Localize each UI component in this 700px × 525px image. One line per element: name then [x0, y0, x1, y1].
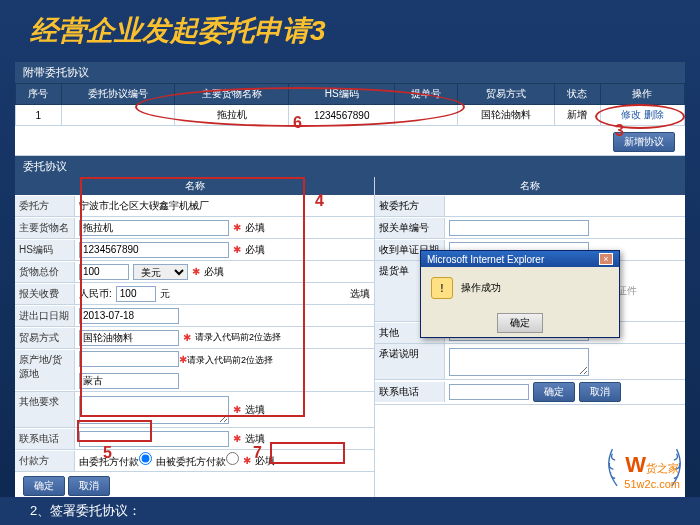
lbl-origin: 原产地/货源地 [15, 350, 75, 390]
lbl-trade: 贸易方式 [15, 328, 75, 348]
lbl-client: 委托方 [15, 196, 75, 216]
warning-icon: ! [431, 277, 453, 299]
lbl-agent: 被委托方 [375, 196, 445, 216]
annotation-5: 5 [103, 444, 112, 462]
th-trade: 贸易方式 [458, 84, 555, 105]
logo-brand: 货之家 [646, 462, 679, 474]
lbl-phone: 联系电话 [15, 429, 75, 449]
optional-icon: ✱ [233, 433, 241, 444]
dialog-ok-button[interactable]: 确定 [497, 313, 543, 333]
annotation-box-4 [80, 177, 305, 417]
th-seq: 序号 [16, 84, 62, 105]
cancel-button[interactable]: 取消 [68, 476, 110, 496]
declno-input[interactable] [449, 220, 589, 236]
lbl-declno: 报关单编号 [375, 218, 445, 238]
annotation-box-7 [270, 442, 345, 464]
lbl-rphone: 联系电话 [375, 382, 445, 402]
lbl-goods: 主要货物名 [15, 218, 75, 238]
success-dialog: Microsoft Internet Explorer× !操作成功 确定 [420, 250, 620, 338]
section1-header: 附带委托协议 [15, 62, 685, 83]
annotation-box-5 [77, 420, 152, 442]
rphone-input[interactable] [449, 384, 529, 400]
annotation-ellipse-3 [595, 104, 685, 129]
lbl-price: 货物总价 [15, 262, 75, 282]
lbl-promise: 承诺说明 [375, 344, 445, 379]
annotation-6: 6 [293, 114, 302, 132]
pay-option1[interactable]: 由委托方付款 [79, 452, 152, 469]
pay-option2[interactable]: 由被委托方付款 [156, 452, 239, 469]
cell-seq: 1 [16, 105, 62, 126]
lbl-fee: 报关收费 [15, 284, 75, 304]
logo-url: 51w2c.com [624, 478, 680, 490]
lbl-date: 进出口日期 [15, 306, 75, 326]
annotation-3: 3 [615, 122, 624, 140]
lbl-pay: 付款方 [15, 451, 75, 471]
annotation-7: 7 [253, 444, 262, 462]
cell-status: 新增 [554, 105, 600, 126]
logo: W货之家51w2c.com [624, 452, 680, 490]
right-ok-button[interactable]: 确定 [533, 382, 575, 402]
dialog-title: Microsoft Internet Explorer [427, 254, 544, 265]
lbl-hs: HS编码 [15, 240, 75, 260]
right-cancel-button[interactable]: 取消 [579, 382, 621, 402]
footer-text: 2、签署委托协议： [0, 497, 700, 525]
opt-text: 选填 [350, 287, 370, 301]
required-icon: ✱ [243, 455, 251, 466]
page-title: 经营企业发起委托申请3 [0, 0, 700, 62]
ok-button[interactable]: 确定 [23, 476, 65, 496]
lbl-other: 其他要求 [15, 392, 75, 427]
close-icon[interactable]: × [599, 253, 613, 265]
promise-textarea[interactable] [449, 348, 589, 376]
dialog-message: 操作成功 [461, 281, 501, 295]
right-name-header: 名称 [375, 177, 685, 195]
cell-trade: 国轮油物料 [458, 105, 555, 126]
logo-w-icon: W [625, 452, 646, 477]
th-op: 操作 [600, 84, 684, 105]
th-status: 状态 [554, 84, 600, 105]
section2-header: 委托协议 [15, 156, 685, 177]
annotation-4: 4 [315, 192, 324, 210]
